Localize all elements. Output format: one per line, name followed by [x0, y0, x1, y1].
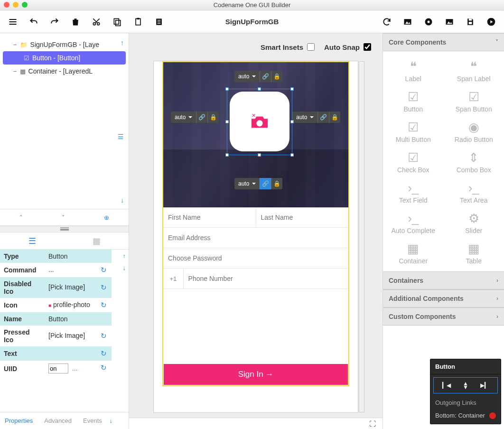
uiid-input[interactable]	[48, 364, 68, 373]
comp-autocomplete[interactable]: ›_Auto Complete	[383, 208, 444, 238]
comp-table[interactable]: ▦Table	[444, 238, 504, 269]
comp-button[interactable]: ☑Button	[383, 86, 444, 117]
lock-icon[interactable]: 🔒	[329, 112, 340, 123]
props-up-icon[interactable]: ↑	[123, 252, 126, 260]
nav-down-icon[interactable]: ▼	[463, 385, 468, 389]
password-field[interactable]	[163, 248, 348, 268]
smart-insets-toggle[interactable]: Smart Insets	[261, 43, 315, 51]
trash-icon[interactable]	[68, 15, 83, 29]
prop-disicon-value[interactable]: [Pick Image]↻	[45, 277, 112, 298]
link-icon[interactable]: 🔗	[196, 112, 207, 123]
phone-prefix[interactable]: +1	[163, 269, 184, 289]
refresh-icon[interactable]: ↻	[99, 349, 108, 358]
refresh-icon[interactable]: ↻	[99, 332, 108, 340]
inset-left[interactable]: auto🔗🔒	[171, 112, 219, 123]
auto-snap-toggle[interactable]: Auto Snap	[324, 43, 371, 51]
first-name-field[interactable]	[163, 207, 256, 227]
email-field[interactable]	[163, 228, 348, 248]
fullscreen-icon[interactable]: ⛶	[369, 420, 376, 428]
comp-label[interactable]: ❝Label	[383, 56, 444, 86]
remove-link-icon[interactable]	[489, 412, 496, 419]
tree-menu-icon[interactable]: ☰	[118, 133, 124, 140]
selection-box[interactable]	[227, 89, 292, 155]
prop-pricon-value[interactable]: [Pick Image]↻	[45, 326, 112, 346]
collapse-icon[interactable]: ˄	[19, 214, 23, 221]
list-view-icon[interactable]: ☰	[0, 236, 65, 246]
inset-bottom[interactable]: auto🔗🔒	[234, 178, 282, 189]
refresh-icon[interactable]	[380, 15, 394, 29]
nav-next-icon[interactable]: ▶▎	[480, 382, 489, 389]
section-additional[interactable]: Additional Components›	[383, 289, 504, 308]
scrollbar[interactable]	[359, 61, 364, 412]
signin-button[interactable]: Sign In →	[164, 364, 348, 385]
chevron-down-icon: ˅	[495, 39, 498, 46]
menu-icon[interactable]	[6, 15, 20, 29]
prop-command-value[interactable]: ...↻	[45, 263, 112, 277]
comp-textarea[interactable]: ›_Text Area	[444, 177, 504, 208]
lock-icon[interactable]: 🔒	[271, 178, 282, 189]
tree-root[interactable]: − 📁 SignUpFormGB - [Laye	[3, 38, 126, 51]
copy-icon[interactable]	[110, 15, 124, 29]
expand-icon[interactable]: ˅	[62, 214, 65, 221]
paste-icon[interactable]	[131, 15, 145, 29]
refresh-icon[interactable]: ↻	[99, 301, 108, 309]
comp-combobox[interactable]: ⇕Combo Box	[444, 147, 504, 177]
redo-icon[interactable]	[47, 15, 62, 29]
image2-icon[interactable]	[442, 15, 457, 29]
lock-icon[interactable]: 🔒	[207, 112, 219, 123]
play-icon[interactable]	[484, 15, 498, 29]
add-icon[interactable]: ⊕	[104, 214, 109, 221]
h-splitter[interactable]	[0, 226, 129, 233]
link-icon[interactable]: 🔗	[317, 112, 329, 123]
cut-icon[interactable]	[89, 15, 103, 29]
comp-textfield[interactable]: ›_Text Field	[383, 177, 444, 208]
inset-right[interactable]: auto🔗🔒	[292, 112, 340, 123]
prop-uiid-value[interactable]: ...↻	[45, 361, 112, 376]
refresh-icon[interactable]: ↻	[99, 283, 108, 292]
comp-span-button[interactable]: ☑Span Button	[444, 86, 504, 117]
section-custom[interactable]: Custom Components›	[383, 308, 504, 326]
section-containers[interactable]: Containers›	[383, 271, 504, 289]
component-palette: ❝Label ❝Span Label ☑Button ☑Span Button …	[383, 51, 504, 271]
prop-icon-value[interactable]: ■ profile-photo↻	[45, 298, 112, 312]
tab-properties[interactable]: Properties	[5, 417, 33, 424]
phone-field[interactable]	[184, 269, 348, 289]
tree-button[interactable]: ☑ Button - [Button]	[3, 51, 126, 65]
comp-span-label[interactable]: ❝Span Label	[444, 56, 504, 86]
image-icon[interactable]	[401, 15, 415, 29]
links-overlay[interactable]: Button ▎◀ ▲▼ ▶▎ Outgoing Links Bottom: C…	[430, 359, 501, 424]
tab-events[interactable]: Events	[83, 417, 102, 424]
section-core[interactable]: Core Components˅	[383, 33, 504, 51]
window-close-icon[interactable]	[4, 2, 9, 8]
comp-multi-button[interactable]: ☑Multi Button	[383, 117, 444, 147]
save-icon[interactable]	[463, 15, 477, 29]
notes-icon[interactable]	[152, 15, 166, 29]
window-zoom-icon[interactable]	[22, 2, 28, 8]
link-icon[interactable]: 🔗	[260, 178, 271, 189]
refresh-icon[interactable]: ↻	[99, 364, 108, 372]
tree-down-icon[interactable]: ↓	[121, 196, 124, 204]
tab-advanced[interactable]: Advanced	[44, 417, 72, 424]
undo-icon[interactable]	[27, 15, 41, 29]
panel-down-icon[interactable]: ↓	[110, 417, 113, 424]
comp-checkbox[interactable]: ☑Check Box	[383, 147, 444, 177]
tree-container[interactable]: − ▦ Container - [LayeredL	[3, 65, 126, 78]
comp-slider[interactable]: ⚙Slider	[444, 208, 504, 238]
inset-top[interactable]: auto🔗🔒	[234, 71, 282, 82]
props-down-icon[interactable]: ↓	[123, 264, 126, 271]
lock-icon[interactable]: 🔒	[271, 71, 282, 82]
last-name-field[interactable]	[256, 207, 349, 227]
prop-name-value[interactable]: Button	[45, 312, 112, 326]
tree-up-icon[interactable]: ↑	[121, 39, 124, 47]
overlay-outgoing-label: Outgoing Links	[430, 396, 501, 409]
link-icon[interactable]: 🔗	[260, 71, 271, 82]
nav-prev-icon[interactable]: ▎◀	[442, 382, 451, 389]
comp-container[interactable]: ▦Container	[383, 238, 444, 269]
prop-text-value[interactable]: ↻	[45, 346, 112, 361]
prop-type-value[interactable]: Button	[45, 250, 112, 263]
comp-radio[interactable]: ◉Radio Button	[444, 117, 504, 147]
grid-view-icon[interactable]: ▦	[65, 236, 129, 246]
refresh-icon[interactable]: ↻	[99, 266, 108, 274]
window-minimize-icon[interactable]	[13, 2, 19, 8]
record-icon[interactable]	[421, 15, 436, 29]
